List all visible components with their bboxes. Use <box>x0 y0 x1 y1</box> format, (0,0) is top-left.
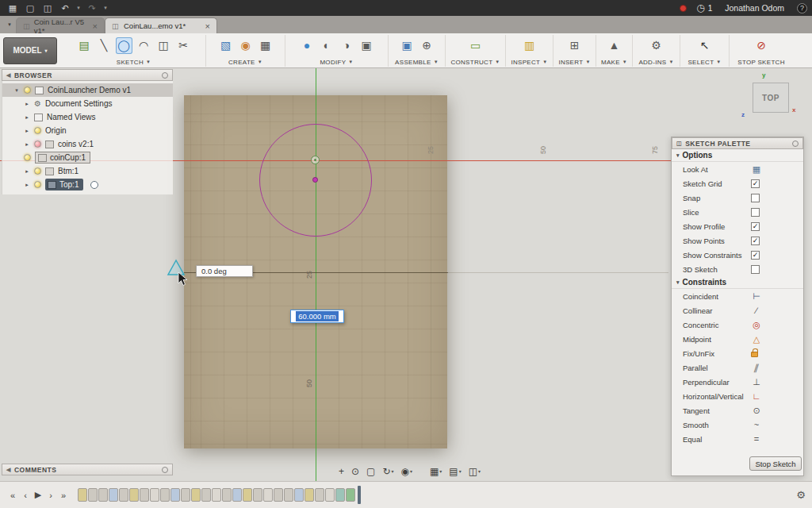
constraints-section-header[interactable]: ▾ Constraints <box>672 276 803 289</box>
create-menu-button[interactable]: CREATE▼ <box>209 59 282 66</box>
zoom-tool-button[interactable]: ⊙ <box>349 464 362 478</box>
timeline-feature-icon[interactable] <box>78 488 87 502</box>
collapse-panel-icon[interactable]: ◀ <box>6 72 11 79</box>
collinear-icon[interactable]: ∕ <box>751 306 762 315</box>
joint-icon[interactable]: ⊕ <box>419 37 435 54</box>
timeline-step-back-button[interactable]: ‹ <box>19 488 32 502</box>
browser-row-top[interactable]: ▸ Top:1 <box>2 178 173 191</box>
constraint-tangent[interactable]: Tangent ⊙ <box>672 403 803 418</box>
stop-sketch-button[interactable]: STOP SKETCH <box>733 59 790 66</box>
modify-menu-button[interactable]: MODIFY▼ <box>289 59 385 66</box>
visibility-bulb-icon[interactable] <box>34 127 41 134</box>
constraint-fix-unfix[interactable]: Fix/UnFix <box>672 346 803 360</box>
browser-row-origin[interactable]: ▸ Origin <box>2 124 173 137</box>
tab-list-caret-icon[interactable]: ▾ <box>3 18 16 31</box>
constraint-smooth[interactable]: Smooth ~ <box>672 418 803 432</box>
comments-panel-header[interactable]: ◀ COMMENTS <box>2 464 173 475</box>
browser-row-root[interactable]: ▾ CoinLauncher Demo v1 <box>2 83 173 97</box>
timeline-go-to-end-button[interactable]: » <box>57 488 70 502</box>
equal-icon[interactable]: = <box>751 434 762 444</box>
pan-tool-button[interactable]: + <box>336 464 347 478</box>
expander-icon[interactable]: ▸ <box>24 128 30 134</box>
browser-row-named-views[interactable]: ▸ Named Views <box>2 110 173 124</box>
visibility-bulb-icon[interactable] <box>24 87 31 94</box>
document-tab-inactive[interactable]: ◫ Coin Lau...r V5 v1* × <box>16 17 105 33</box>
horizontal-vertical-icon[interactable]: ∟ <box>751 391 762 401</box>
timeline-playhead[interactable] <box>358 486 361 504</box>
app-grid-icon[interactable]: ▦ <box>5 1 21 15</box>
constraint-coincident[interactable]: Coincident ⊢ <box>672 289 803 303</box>
browser-row-coins[interactable]: ▸ coins v2:1 <box>2 137 173 151</box>
redo-icon[interactable]: ↷ <box>84 1 100 15</box>
palette-option-slice[interactable]: Slice <box>672 205 803 219</box>
timeline-feature-icon[interactable] <box>129 488 139 502</box>
timeline-feature-icon[interactable] <box>222 488 232 502</box>
show-constraints-checkbox[interactable]: ✓ <box>751 251 760 260</box>
workspace-selector-button[interactable]: MODEL ▾ <box>3 37 57 64</box>
measure-icon[interactable]: ▥ <box>521 37 538 54</box>
combine-icon[interactable]: ▣ <box>358 37 375 54</box>
constraint-midpoint[interactable]: Midpoint △ <box>672 332 803 346</box>
timeline-feature-icon[interactable] <box>253 488 262 502</box>
options-section-header[interactable]: ▾ Options <box>672 149 803 162</box>
make-icon[interactable]: ▲ <box>606 37 622 54</box>
palette-option-show-points[interactable]: Show Points ✓ <box>672 233 803 248</box>
circle-tool-icon[interactable]: ◯ <box>116 37 132 54</box>
smooth-icon[interactable]: ~ <box>751 420 762 429</box>
press-pull-icon[interactable]: ● <box>299 37 316 54</box>
timeline-feature-icon[interactable] <box>304 488 314 502</box>
palette-option-show-constraints[interactable]: Show Constraints ✓ <box>672 248 803 262</box>
palette-option-sketch-grid[interactable]: Sketch Grid ✓ <box>672 176 803 190</box>
clock-icon[interactable]: ◷ <box>696 2 704 13</box>
display-settings-button[interactable]: ▦▾ <box>427 464 444 478</box>
make-menu-button[interactable]: MAKE▼ <box>599 59 629 66</box>
show-profile-checkbox[interactable]: ✓ <box>751 222 760 231</box>
sketch-palette-header[interactable]: ◫ SKETCH PALETTE <box>672 137 803 149</box>
show-points-checkbox[interactable]: ✓ <box>751 237 760 245</box>
sketch-menu-button[interactable]: SKETCH▼ <box>65 59 202 66</box>
parallel-icon[interactable]: ∥ <box>749 363 764 373</box>
document-tab-active[interactable]: ◫ CoinLau...emo v1* × <box>105 17 217 33</box>
slice-checkbox[interactable] <box>751 208 760 217</box>
panel-options-icon[interactable] <box>162 467 168 473</box>
active-edit-badge[interactable]: Top:1 <box>45 179 83 190</box>
timeline-feature-icon[interactable] <box>243 488 252 502</box>
fit-view-button[interactable]: ▢ <box>364 464 377 478</box>
insert-menu-button[interactable]: INSERT▼ <box>557 59 592 66</box>
browser-row-document-settings[interactable]: ▸ ⚙ Document Settings <box>2 97 173 110</box>
pattern-icon[interactable]: ▦ <box>257 37 274 54</box>
collapse-panel-icon[interactable]: ◫ <box>676 140 682 147</box>
timeline-feature-icon[interactable] <box>335 488 345 502</box>
timeline-feature-icon[interactable] <box>274 488 283 502</box>
look-at-button[interactable]: ◉▾ <box>399 464 416 478</box>
constraint-perpendicular[interactable]: Perpendicular ⊥ <box>672 375 803 389</box>
concentric-icon[interactable]: ◎ <box>751 320 762 330</box>
sketch-grid-checkbox[interactable]: ✓ <box>751 179 760 188</box>
save-icon[interactable]: ◫ <box>40 1 56 15</box>
browser-row-btm[interactable]: ▸ Btm:1 <box>2 164 173 178</box>
circle-center-point[interactable] <box>312 177 318 183</box>
timeline-feature-icon[interactable] <box>140 488 149 502</box>
expander-icon[interactable]: ▸ <box>24 114 30 121</box>
timeline-feature-icon[interactable] <box>181 488 190 502</box>
mirror-tool-icon[interactable]: ◫ <box>155 37 172 54</box>
timeline-step-forward-button[interactable]: › <box>44 488 57 502</box>
grid-settings-button[interactable]: ▤▾ <box>446 464 463 478</box>
timeline-feature-icon[interactable] <box>212 488 221 502</box>
undo-caret-icon[interactable]: ▾ <box>75 1 82 15</box>
palette-option-3d-sketch[interactable]: 3D Sketch <box>672 262 803 276</box>
palette-option-look-at[interactable]: Look At ▦ <box>672 162 803 176</box>
expander-icon[interactable]: ▸ <box>24 101 30 107</box>
stop-sketch-button[interactable]: Stop Sketch <box>749 456 802 471</box>
constraint-concentric[interactable]: Concentric ◎ <box>672 318 803 332</box>
help-icon[interactable]: ? <box>797 3 807 13</box>
activate-component-radio[interactable] <box>90 181 98 189</box>
constraint-parallel[interactable]: Parallel ∥ <box>672 360 803 375</box>
close-tab-icon[interactable]: × <box>93 21 98 31</box>
redo-caret-icon[interactable]: ▾ <box>102 1 109 15</box>
visibility-bulb-icon[interactable] <box>34 140 41 148</box>
addins-icon[interactable]: ⚙ <box>648 37 665 54</box>
orbit-tool-button[interactable]: ↻▾ <box>380 464 396 478</box>
collapse-panel-icon[interactable]: ◀ <box>6 467 11 473</box>
shell-icon[interactable]: ◑ <box>339 37 355 54</box>
